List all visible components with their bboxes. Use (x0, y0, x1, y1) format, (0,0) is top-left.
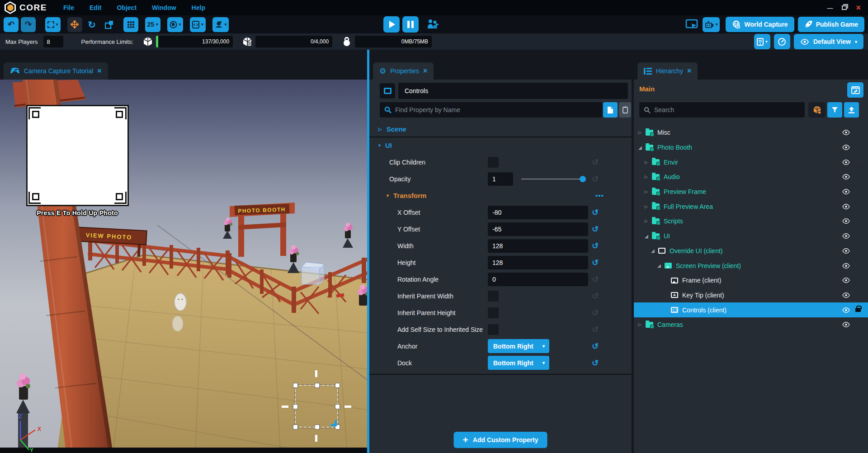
dock-dropdown[interactable]: Bottom Right ▾ (488, 356, 549, 370)
reset-icon[interactable]: ↺ (592, 259, 599, 267)
menu-file[interactable]: File (63, 4, 74, 11)
visibility-eye-icon[interactable] (842, 160, 850, 165)
opacity-slider-knob[interactable] (580, 176, 586, 182)
expander-open-icon[interactable]: ◢ (645, 234, 652, 239)
tree-item-envir[interactable]: ▷ Envir (634, 155, 868, 170)
tree-item-full-preview-area[interactable]: ▷ Full Preview Area (634, 199, 868, 214)
capture-camera-dropdown[interactable]: ▾ (703, 17, 720, 32)
pause-button[interactable] (402, 16, 419, 33)
script-tool-dropdown[interactable]: ▾ (190, 17, 206, 32)
section-scene[interactable]: ▷ Scene (369, 123, 632, 135)
paste-properties-button[interactable] (619, 102, 631, 118)
opacity-input[interactable] (488, 172, 513, 186)
property-search-input[interactable] (395, 106, 602, 113)
viewport-3d[interactable]: PHOTO BOOTH VIEW PHOTO (0, 80, 367, 453)
hierarchy-search-input[interactable] (654, 106, 805, 113)
object-name-input[interactable] (398, 83, 628, 99)
reset-icon[interactable]: ↺ (592, 275, 599, 283)
visibility-eye-icon[interactable] (842, 278, 850, 283)
close-tab-icon[interactable]: × (687, 67, 691, 75)
resize-handle[interactable] (293, 425, 298, 429)
terrain-tool-dropdown[interactable]: ▾ (167, 17, 184, 32)
lock-icon[interactable] (855, 264, 861, 268)
more-options-icon[interactable]: ••• (595, 192, 604, 199)
tree-item-override-ui[interactable]: ◢ Override UI (client) (634, 244, 868, 259)
reset-icon[interactable]: ↺ (592, 225, 599, 233)
tree-item-screen-preview[interactable]: ◢ Screen Preview (client) (634, 258, 868, 273)
multiplayer-preview-icon[interactable] (426, 19, 439, 30)
add-custom-property-button[interactable]: + Add Custom Property (454, 432, 547, 448)
x-offset-input[interactable] (488, 206, 588, 219)
lock-icon[interactable] (855, 131, 861, 135)
rotate-tool-button[interactable]: ↻ (85, 17, 99, 32)
snap-grid-button[interactable] (123, 17, 138, 32)
dynamic-objects-button[interactable] (808, 102, 826, 118)
height-input[interactable] (488, 256, 588, 269)
lock-icon[interactable] (855, 234, 861, 238)
performance-gauge-button[interactable] (774, 34, 790, 49)
visibility-eye-icon[interactable] (842, 293, 850, 298)
visibility-eye-icon[interactable] (842, 322, 850, 327)
resize-handle[interactable] (315, 425, 320, 429)
menu-window[interactable]: Window (152, 4, 176, 11)
minimize-icon[interactable]: — (827, 5, 833, 11)
menu-object[interactable]: Object (117, 4, 137, 11)
tab-properties[interactable]: ⚙ Properties × (373, 62, 434, 80)
scale-tool-button[interactable] (102, 17, 117, 32)
visibility-eye-icon[interactable] (842, 307, 850, 313)
close-window-icon[interactable]: × (856, 5, 861, 11)
reset-icon[interactable]: ↺ (592, 309, 599, 317)
expander-open-icon[interactable]: ◢ (638, 145, 646, 150)
ui-selection-widget[interactable] (295, 385, 338, 428)
restore-icon[interactable] (842, 5, 847, 10)
select-mode-button[interactable]: ▾ (45, 17, 61, 32)
visibility-eye-icon[interactable] (842, 130, 850, 135)
undo-button[interactable]: ↶ (4, 17, 19, 32)
tree-item-ui[interactable]: ◢ UI (634, 229, 868, 244)
tree-item-controls-selected[interactable]: Controls (client) (634, 302, 868, 317)
play-button[interactable] (383, 16, 400, 33)
snap-size-dropdown[interactable]: 25▾ (145, 17, 160, 32)
publish-game-button[interactable]: Publish Game (798, 17, 864, 32)
y-offset-input[interactable] (488, 222, 588, 236)
close-tab-icon[interactable]: × (423, 67, 427, 75)
expander-closed-icon[interactable]: ▷ (645, 204, 652, 209)
visibility-eye-icon[interactable] (842, 218, 850, 224)
visibility-eye-icon[interactable] (842, 233, 850, 239)
visibility-eye-icon[interactable] (842, 189, 850, 194)
lock-icon[interactable] (855, 278, 861, 283)
filter-button[interactable] (827, 102, 842, 118)
width-input[interactable] (488, 239, 588, 253)
tab-hierarchy[interactable]: Hierarchy × (637, 62, 698, 80)
inherit-parent-height-checkbox[interactable] (488, 307, 499, 318)
tree-item-photo-booth[interactable]: ◢ Photo Booth (634, 140, 868, 155)
world-capture-button[interactable]: World Capture (726, 17, 794, 32)
object-type-button[interactable] (380, 83, 395, 99)
move-tool-button[interactable] (67, 17, 82, 32)
tree-item-preview-frame[interactable]: ▷ Preview Frame (634, 184, 868, 199)
visibility-eye-icon[interactable] (842, 204, 850, 209)
tree-item-frame[interactable]: Frame (client) (634, 273, 868, 288)
resize-handle[interactable] (335, 383, 340, 388)
reset-icon[interactable]: ↺ (592, 242, 599, 250)
menu-help[interactable]: Help (192, 4, 205, 11)
lock-icon[interactable] (855, 146, 861, 150)
expander-open-icon[interactable]: ◢ (651, 248, 658, 253)
section-ui[interactable]: ▾ UI (369, 139, 632, 151)
lock-icon[interactable] (855, 204, 861, 208)
tree-item-key-tip[interactable]: A Key Tip (client) (634, 288, 868, 303)
property-search[interactable] (380, 102, 602, 118)
tree-item-scripts[interactable]: ▷ Scripts (634, 214, 868, 229)
copy-properties-button[interactable] (603, 102, 618, 118)
lock-icon[interactable] (855, 219, 861, 223)
hierarchy-search[interactable] (639, 102, 805, 118)
tree-item-audio[interactable]: ▷ Audio (634, 170, 868, 184)
redo-button[interactable]: ↷ (21, 17, 36, 32)
reset-icon[interactable]: ↺ (592, 175, 599, 183)
save-options-button[interactable]: ▾ (754, 34, 770, 49)
inherit-parent-width-checkbox[interactable] (488, 291, 499, 302)
tree-item-cameras[interactable]: ▷ Cameras (634, 317, 868, 332)
lock-icon[interactable] (855, 190, 861, 194)
expander-closed-icon[interactable]: ▷ (645, 160, 652, 165)
visibility-eye-icon[interactable] (842, 263, 850, 269)
